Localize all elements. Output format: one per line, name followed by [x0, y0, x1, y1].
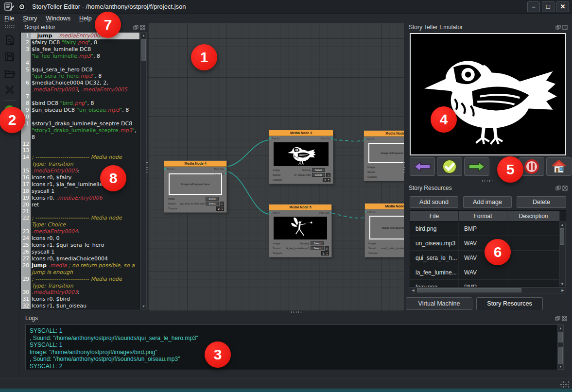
port-out-dot[interactable]: [225, 173, 226, 174]
port-out-dot[interactable]: [225, 168, 226, 170]
column-header-format[interactable]: Format: [459, 211, 507, 222]
code-line[interactable]: 19lcons r0, .mediaEntry0006: [21, 195, 139, 202]
close-panel-icon[interactable]: [562, 316, 567, 321]
code-line[interactable]: 13: [21, 147, 139, 154]
code-line[interactable]: 25lcons r1, $qui_sera_le_hero: [21, 242, 139, 249]
port-out[interactable]: Port Out: [321, 137, 330, 140]
code-line[interactable]: 18syscall 1: [21, 188, 139, 195]
delete-button[interactable]: Delete: [517, 196, 566, 208]
open-project-button[interactable]: [2, 66, 17, 81]
node-graph-canvas[interactable]: Media Node 4Port InPort OutPort OutImage…: [148, 23, 404, 311]
code-line[interactable]: 9$un_oiseau DC8 "un_oiseau.mp3", 8: [21, 107, 139, 114]
port-in-dot[interactable]: [164, 168, 166, 170]
code-line[interactable]: 23.mediaEntry0004:: [21, 228, 139, 235]
emulator-forward-button[interactable]: [464, 157, 489, 176]
emulator-back-button[interactable]: [410, 157, 435, 176]
float-panel-icon[interactable]: [133, 25, 139, 30]
port-out[interactable]: Port Out: [319, 211, 329, 214]
code-line[interactable]: 5$qui_sera_le_hero DC8: [21, 67, 139, 73]
port-in[interactable]: Port In: [366, 137, 374, 140]
spinner-arrows[interactable]: ▲▼: [221, 207, 224, 210]
table-row[interactable]: fairy.pngBMP: [410, 280, 566, 287]
code-line[interactable]: 12: [21, 141, 139, 148]
code-line[interactable]: 11$story1_drako_luminelle_sceptre DC8: [21, 120, 139, 127]
code-line[interactable]: 26syscall 1: [21, 249, 139, 256]
tab-virtual-machine[interactable]: Virtual Machine: [406, 297, 472, 310]
code-line[interactable]: 2$fairy DC8 "fairy.png", 8: [21, 39, 139, 46]
speaker-icon[interactable]: ♪: [326, 173, 330, 177]
column-header-file[interactable]: File: [410, 211, 459, 222]
port-in-dot[interactable]: [269, 212, 271, 213]
spinner-arrows[interactable]: ▲▼: [326, 252, 329, 255]
port-in-dot[interactable]: [269, 137, 271, 139]
float-panel-icon[interactable]: [555, 316, 560, 321]
code-line[interactable]: 6$mediaChoice0004 DC32, 2,: [21, 80, 139, 86]
code-line[interactable]: 8$bird DC8 "bird.png", 8: [21, 100, 139, 107]
image-select-button[interactable]: Select: [311, 241, 324, 245]
close-project-button[interactable]: [2, 83, 17, 97]
sound-select-button[interactable]: Select: [312, 173, 325, 177]
maximize-button[interactable]: □: [542, 1, 555, 12]
code-line[interactable]: 28jump .media ; no return possible, so a: [21, 262, 139, 269]
media-node[interactable]: Media Node 5Port InPort OutImagefairy.pn…: [269, 204, 332, 257]
port-in-dot[interactable]: [365, 211, 366, 212]
splitter-script-canvas[interactable]: [146, 161, 148, 174]
resources-hscrollbar[interactable]: ◀ ▶: [410, 287, 566, 293]
image-select-button[interactable]: Select: [312, 168, 325, 172]
resources-vscrollbar[interactable]: ▲ ▼: [559, 222, 566, 287]
code-line[interactable]: Type: Choice: [21, 222, 139, 228]
outputs-spinner[interactable]: 2▲▼: [216, 206, 224, 211]
add-image-button[interactable]: Add image: [463, 196, 512, 208]
code-line[interactable]: 10: [21, 114, 139, 120]
code-line[interactable]: 4: [21, 60, 139, 67]
port-out[interactable]: Port Out: [214, 168, 224, 170]
emulator-ok-button[interactable]: [437, 157, 462, 176]
code-line[interactable]: 7: [21, 93, 139, 100]
table-row[interactable]: bird.pngBMP: [410, 222, 566, 236]
code-line[interactable]: 21: [21, 208, 139, 215]
code-line[interactable]: 31lcons r0, $bird: [21, 296, 139, 303]
code-line[interactable]: Type: Transition: [21, 283, 139, 290]
image-select-button[interactable]: Select: [206, 197, 219, 201]
menu-story[interactable]: Story: [18, 15, 41, 22]
port-in[interactable]: Port In: [272, 137, 279, 140]
code-line[interactable]: 30.mediaEntry0003:: [21, 289, 139, 296]
close-button[interactable]: ✕: [556, 1, 569, 12]
close-panel-icon[interactable]: [140, 25, 145, 30]
code-line[interactable]: 1 jump .mediaEntry0004: [21, 33, 139, 39]
float-panel-icon[interactable]: [555, 186, 561, 191]
emulator-home-button[interactable]: [546, 157, 572, 176]
code-line[interactable]: Type: Transition: [21, 161, 139, 168]
close-panel-icon[interactable]: [562, 186, 568, 191]
speaker-icon[interactable]: ♪: [325, 246, 329, 251]
code-line[interactable]: "la_fee_luminelle.mp3", 8: [21, 53, 139, 60]
float-panel-icon[interactable]: [555, 25, 561, 30]
sound-select-button[interactable]: Select: [311, 246, 324, 250]
splitter-canvas-logs[interactable]: [290, 311, 303, 313]
media-node[interactable]: Media Node 6Port InPort OutImage will ap…: [364, 203, 404, 257]
code-line[interactable]: 22; ---------------------------- Media n…: [21, 215, 139, 222]
code-line[interactable]: 8: [21, 134, 139, 141]
new-file-button[interactable]: [2, 33, 17, 48]
media-node[interactable]: Media NodePort InPort OutImage will appe…: [364, 130, 404, 181]
close-panel-icon[interactable]: [562, 25, 568, 30]
code-line[interactable]: 20ret: [21, 202, 139, 208]
code-line[interactable]: 29; ---------------------------- Media n…: [21, 276, 139, 283]
menu-file[interactable]: File: [0, 15, 18, 22]
code-line[interactable]: "story1_drako_luminelle_sceptre.mp3",: [21, 127, 139, 134]
toolbar-drag-handle[interactable]: [4, 25, 15, 28]
spinner-arrows[interactable]: ▲▼: [327, 178, 330, 182]
media-node[interactable]: Media Node 3Port InPort OutImagebird.png…: [269, 130, 333, 184]
menu-help[interactable]: Help: [75, 15, 96, 22]
outputs-spinner[interactable]: 1▲▼: [321, 251, 329, 256]
logs-scrollbar[interactable]: ▲ ▼: [557, 325, 564, 370]
port-out-dot[interactable]: [330, 212, 331, 213]
sound-select-button[interactable]: Select: [206, 202, 219, 205]
splitter-canvas-right[interactable]: [403, 161, 405, 174]
code-line[interactable]: 27lcons r0, $mediaChoice0004: [21, 256, 139, 262]
media-node[interactable]: Media Node 4Port InPort OutPort OutImage…: [164, 160, 227, 213]
port-in[interactable]: Port In: [367, 210, 375, 213]
save-button[interactable]: [2, 50, 17, 64]
speaker-icon[interactable]: ♪: [220, 202, 224, 206]
code-line[interactable]: 14; ---------------------------- Media n…: [21, 154, 139, 161]
